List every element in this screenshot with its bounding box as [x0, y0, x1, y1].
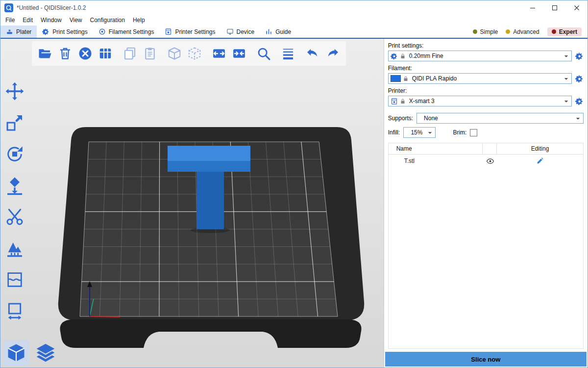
seam-button[interactable] — [3, 268, 26, 291]
tab-printer-settings[interactable]: Printer Settings — [159, 26, 220, 38]
titlebar: *Untitled - QIDISlicer-1.0.2 — [0, 0, 588, 15]
mode-expert[interactable]: Expert — [547, 27, 582, 36]
filament-color-swatch — [391, 75, 401, 82]
3d-viewport[interactable] — [0, 39, 384, 368]
chevron-down-icon — [574, 115, 582, 122]
chevron-down-icon — [563, 53, 570, 60]
filament-value: QIDI PLA Rapido — [412, 75, 457, 82]
menu-window[interactable]: Window — [37, 17, 66, 24]
paint-support-button[interactable] — [3, 237, 26, 260]
mode-simple[interactable]: Simple — [473, 28, 498, 35]
object-name: T.stl — [389, 158, 483, 164]
editing-icon[interactable] — [536, 157, 544, 165]
top-toolbar — [32, 41, 346, 66]
undo-button[interactable] — [303, 44, 322, 63]
delete-button[interactable] — [56, 44, 74, 63]
search-icon — [256, 46, 271, 61]
arrange-button[interactable] — [96, 44, 115, 63]
filament-row: QIDI PLA Rapido — [388, 73, 584, 84]
toolbar-group — [36, 44, 115, 63]
lock-icon — [403, 76, 409, 82]
lock-icon — [400, 53, 406, 59]
cut-button[interactable] — [3, 206, 26, 228]
minimize-button[interactable] — [521, 0, 543, 15]
app-window: *Untitled - QIDISlicer-1.0.2 FileEditWin… — [0, 0, 588, 368]
printer-value: X-smart 3 — [409, 98, 435, 105]
filament-gear-button[interactable] — [575, 75, 584, 83]
minimize-icon — [530, 5, 536, 11]
split-objects-button[interactable] — [165, 44, 184, 63]
close-button[interactable] — [565, 0, 588, 15]
scale-button[interactable] — [3, 111, 26, 134]
brim-checkbox[interactable] — [470, 129, 477, 136]
print-settings-combo[interactable]: 0.20mm Fine — [388, 51, 572, 61]
column-name: Name — [389, 143, 482, 154]
menu-configuration[interactable]: Configuration — [86, 17, 129, 24]
mode-advanced[interactable]: Advanced — [506, 28, 539, 35]
editor-view-button[interactable] — [3, 340, 29, 366]
instances-remove-button[interactable] — [230, 44, 248, 63]
measure-button[interactable] — [3, 300, 26, 322]
rotate-button[interactable] — [3, 143, 26, 165]
undo-icon — [305, 46, 320, 61]
print-settings-value: 0.20mm Fine — [409, 53, 443, 59]
sidebar-content: Print settings: 0.20mm Fine Filament: — [384, 39, 588, 349]
window-controls — [521, 0, 588, 15]
infill-value: 15% — [411, 129, 422, 136]
open-button[interactable] — [36, 44, 54, 63]
search-button[interactable] — [254, 44, 273, 63]
tab-plater[interactable]: Plater — [0, 26, 37, 38]
column-visibility — [482, 143, 497, 154]
supports-combo[interactable]: None — [416, 113, 584, 124]
tab-label: Print Settings — [52, 28, 87, 35]
preview-view-button[interactable] — [33, 340, 58, 366]
print-settings-gear-button[interactable] — [575, 52, 584, 60]
infill-combo[interactable]: 15% — [403, 127, 436, 138]
move-button[interactable] — [3, 80, 26, 103]
menu-file[interactable]: File — [1, 17, 19, 24]
visibility-eye-icon[interactable] — [486, 157, 494, 165]
device-icon — [226, 28, 234, 35]
tab-guide[interactable]: Guide — [260, 26, 296, 38]
printer-gear-button[interactable] — [575, 97, 584, 105]
toolbar-group — [279, 44, 297, 63]
instances-add-button[interactable] — [210, 44, 228, 63]
bed-front-apron — [60, 319, 362, 348]
open-icon — [38, 46, 52, 61]
object-row[interactable]: T.stl — [389, 155, 583, 167]
mode-label: Simple — [480, 28, 498, 35]
menu-help[interactable]: Help — [129, 17, 149, 24]
split-objects-icon — [167, 46, 182, 61]
toolbar-group — [121, 44, 159, 63]
maximize-button[interactable] — [543, 0, 565, 15]
paste-button[interactable] — [141, 44, 159, 63]
place-on-face-button[interactable] — [3, 174, 26, 197]
printer-row: X-smart 3 — [388, 96, 584, 106]
layer-height-button[interactable] — [279, 44, 297, 63]
split-parts-button[interactable] — [185, 44, 204, 63]
filament-combo[interactable]: QIDI PLA Rapido — [388, 73, 572, 84]
build-plate-scene[interactable] — [0, 39, 384, 368]
delete-all-button[interactable] — [76, 44, 95, 63]
tab-filament-settings[interactable]: Filament Settings — [93, 26, 160, 38]
infill-label: Infill: — [388, 129, 400, 136]
mode-label: Advanced — [513, 28, 539, 35]
plater-icon — [6, 28, 13, 35]
menubar: FileEditWindowViewConfigurationHelp — [0, 15, 588, 26]
copy-button[interactable] — [121, 44, 139, 63]
print-settings-label: Print settings: — [388, 42, 584, 49]
brim-label: Brim: — [453, 129, 466, 136]
tab-print-settings[interactable]: Print Settings — [37, 26, 93, 38]
menu-view[interactable]: View — [66, 17, 86, 24]
chevron-down-icon — [563, 75, 570, 82]
delete-all-icon — [78, 46, 93, 61]
tab-label: Guide — [275, 28, 291, 35]
menu-edit[interactable]: Edit — [19, 17, 37, 24]
tab-device[interactable]: Device — [221, 26, 260, 38]
copy-icon — [122, 46, 137, 61]
printer-icon — [391, 98, 398, 105]
slice-now-button[interactable]: Slice now — [385, 352, 587, 367]
redo-button[interactable] — [323, 44, 342, 63]
printer-combo[interactable]: X-smart 3 — [388, 96, 572, 106]
print-settings-row: 0.20mm Fine — [388, 51, 584, 61]
